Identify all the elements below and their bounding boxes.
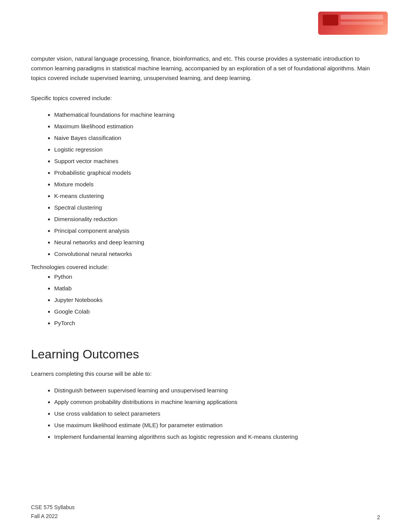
footer-left: CSE 575 Syllabus Fall A 2022 — [31, 503, 75, 520]
list-item: Principal component analysis — [54, 226, 380, 235]
page-footer: CSE 575 Syllabus Fall A 2022 2 — [31, 503, 380, 520]
list-item: Python — [54, 272, 380, 281]
list-item: Google Colab — [54, 307, 380, 316]
list-item: Mixture models — [54, 180, 380, 189]
learning-outcomes-heading: Learning Outcomes — [31, 347, 380, 361]
list-item: Distinguish between supervised learning … — [54, 386, 380, 395]
footer-page-number: 2 — [377, 514, 380, 520]
university-logo — [318, 12, 388, 35]
footer-semester: Fall A 2022 — [31, 512, 75, 520]
list-item: Dimensionality reduction — [54, 215, 380, 224]
list-item: Jupyter Notebooks — [54, 295, 380, 305]
list-item: Convolutional neural networks — [54, 249, 380, 259]
list-item: Naive Bayes classification — [54, 133, 380, 143]
list-item: Use cross validation to select parameter… — [54, 409, 380, 418]
list-item: Support vector machines — [54, 157, 380, 166]
list-item: Implement fundamental learning algorithm… — [54, 432, 380, 442]
list-item: K-means clustering — [54, 191, 380, 201]
learning-outcomes-list: Distinguish between supervised learning … — [54, 386, 380, 442]
list-item: Use maximum likelihood estimate (MLE) fo… — [54, 421, 380, 430]
tech-intro-text: Technologies covered include: — [31, 263, 380, 272]
list-item: Neural networks and deep learning — [54, 238, 380, 247]
footer-course: CSE 575 Syllabus — [31, 503, 75, 512]
learning-outcomes-subtext: Learners completing this course will be … — [31, 369, 380, 379]
list-item: Apply common probability distributions i… — [54, 397, 380, 407]
list-item: Matlab — [54, 284, 380, 293]
tech-list: PythonMatlabJupyter NotebooksGoogle Cola… — [54, 272, 380, 328]
list-item: Mathematical foundations for machine lea… — [54, 110, 380, 119]
topics-intro-text: Specific topics covered include: — [31, 94, 380, 103]
list-item: Maximum likelihood estimation — [54, 122, 380, 131]
topics-list: Mathematical foundations for machine lea… — [54, 110, 380, 259]
list-item: PyTorch — [54, 319, 380, 328]
list-item: Probabilistic graphical models — [54, 168, 380, 177]
list-item: Spectral clustering — [54, 203, 380, 212]
list-item: Logistic regression — [54, 145, 380, 154]
intro-paragraph: computer vision, natural language proces… — [31, 54, 380, 83]
